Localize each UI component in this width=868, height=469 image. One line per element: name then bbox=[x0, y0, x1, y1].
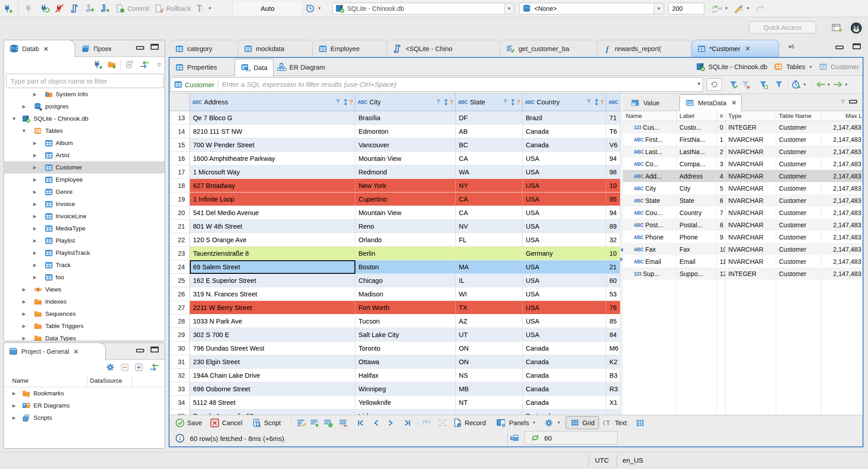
add-icon[interactable] bbox=[134, 363, 143, 372]
tab-data[interactable]: <> Data bbox=[235, 59, 274, 76]
cell[interactable]: Rua da Assunção 53 bbox=[190, 409, 355, 415]
cell[interactable]: Ottawa bbox=[355, 355, 456, 369]
cell[interactable]: Salt Lake City bbox=[355, 328, 456, 342]
new-folder-icon[interactable] bbox=[107, 60, 116, 69]
cell[interactable]: CA bbox=[456, 206, 523, 220]
column-header-state[interactable]: ABCState? bbox=[456, 94, 523, 111]
cell[interactable]: 1600 Amphitheatre Parkway bbox=[190, 152, 355, 165]
meta-column-header-max-l[interactable]: Max L bbox=[821, 111, 863, 121]
grid-row-23[interactable]: 23Tauentzienstraße 8BerlinGermany10 bbox=[170, 247, 620, 260]
cell[interactable]: USA bbox=[523, 274, 606, 287]
tree-expand-arrow-icon[interactable]: ▶ bbox=[21, 324, 27, 328]
cell[interactable]: B3 bbox=[606, 369, 620, 382]
cell[interactable]: 60 bbox=[606, 274, 620, 287]
cell[interactable]: AZ bbox=[456, 314, 523, 328]
cell[interactable]: 98 bbox=[606, 165, 620, 179]
cell[interactable]: 5112 48 Street bbox=[190, 396, 355, 409]
tree-item-employee[interactable]: ▶Employee bbox=[5, 174, 165, 186]
tree-item-foo[interactable]: ▶foo bbox=[5, 271, 165, 283]
record-button[interactable]: i Record bbox=[453, 415, 486, 430]
project-item-scripts[interactable]: ▶Scripts bbox=[5, 412, 165, 424]
cell[interactable]: 1033 N Park Ave bbox=[190, 314, 355, 328]
cell[interactable]: 94 bbox=[606, 206, 620, 220]
cell[interactable]: 302 S 700 E bbox=[190, 328, 355, 342]
cell[interactable]: Canada bbox=[523, 382, 606, 396]
breadcrumb-container[interactable]: Tables bbox=[786, 63, 805, 70]
cell[interactable]: Tauentzienstraße 8 bbox=[190, 247, 355, 260]
grid-row-28[interactable]: 281033 N Park AveTucsonAZUSA85 bbox=[170, 314, 620, 328]
cell[interactable]: USA bbox=[523, 301, 606, 314]
grid-row-14[interactable]: 148210 111 ST NWEdmontonABCanadaT6 bbox=[170, 125, 620, 138]
cell[interactable]: WI bbox=[456, 287, 523, 301]
script-button[interactable]: Script bbox=[252, 415, 281, 430]
column-filter-icon[interactable] bbox=[435, 98, 443, 106]
cell[interactable]: 95 bbox=[606, 192, 620, 206]
column-sort-icon[interactable] bbox=[443, 98, 448, 106]
tree-item-track[interactable]: ▶Track bbox=[5, 259, 165, 271]
column-help-icon[interactable]: ? bbox=[516, 98, 520, 106]
meta-row-city[interactable]: ABCCityCity5NVARCHARCustomer2,147,483 bbox=[623, 182, 863, 194]
nav-forward-button[interactable]: ▼ bbox=[833, 78, 848, 91]
editor-tab-category[interactable]: category bbox=[170, 40, 238, 57]
editor-tab--sqlite-chino[interactable]: <SQLite - Chino bbox=[387, 40, 500, 57]
cell[interactable]: Boston bbox=[355, 260, 456, 274]
edit-row-button[interactable] bbox=[296, 415, 307, 430]
transaction-log-button[interactable]: ▼ bbox=[303, 4, 324, 14]
new-connection-icon[interactable] bbox=[92, 60, 103, 70]
cell[interactable] bbox=[606, 409, 620, 415]
cell[interactable]: Canada bbox=[523, 396, 606, 409]
maximize-icon[interactable] bbox=[853, 43, 861, 49]
refresh-button[interactable] bbox=[707, 78, 722, 91]
new-connection-button[interactable] bbox=[0, 4, 15, 14]
cell[interactable]: 69 Salem Street bbox=[190, 260, 355, 274]
tree-expand-arrow-icon[interactable]: ▶ bbox=[11, 391, 17, 396]
delete-row-button[interactable] bbox=[338, 415, 349, 430]
tree-expand-arrow-icon[interactable]: ▶ bbox=[21, 104, 27, 109]
tree-item-postgres[interactable]: ▶postgres bbox=[5, 100, 165, 113]
tab-database-navigator[interactable]: Datab ✕ bbox=[4, 40, 75, 57]
meta-row-email[interactable]: ABCEmailEmail11NVARCHARCustomer2,147,483 bbox=[623, 255, 863, 267]
schema-selector-dropdown[interactable]: ▼ bbox=[654, 3, 664, 14]
tab-project-general[interactable]: Project - General ✕ bbox=[4, 342, 106, 360]
tree-item-data-types[interactable]: ▶Data Types bbox=[5, 332, 165, 341]
close-icon[interactable]: ✕ bbox=[43, 46, 48, 52]
grid-row-29[interactable]: 29302 S 700 ESalt Lake CityUTUSA84 bbox=[170, 328, 620, 342]
cell[interactable]: AB bbox=[456, 125, 523, 138]
cell[interactable]: MB bbox=[456, 382, 523, 396]
calc-panel-icon[interactable] bbox=[509, 433, 520, 443]
filter-apply-button[interactable] bbox=[729, 78, 739, 91]
cell[interactable]: UT bbox=[456, 328, 523, 342]
cell[interactable]: ON bbox=[456, 355, 523, 369]
copy-row-button[interactable] bbox=[323, 415, 334, 430]
grid-row-18[interactable]: 18627 BroadwayNew YorkNYUSA10 bbox=[170, 179, 620, 192]
cell[interactable]: Lisbon bbox=[355, 409, 456, 415]
tree-expand-arrow-icon[interactable]: ▶ bbox=[32, 165, 38, 170]
tree-item-album[interactable]: ▶Album bbox=[5, 137, 165, 149]
cell[interactable]: Germany bbox=[523, 247, 606, 260]
column-filter-icon[interactable] bbox=[335, 98, 342, 106]
cell[interactable]: 10 bbox=[606, 179, 620, 192]
rollback-button[interactable]: Rollback bbox=[151, 4, 193, 14]
cell[interactable]: NY bbox=[456, 179, 523, 192]
fetch-page-button[interactable] bbox=[421, 415, 432, 430]
cell[interactable]: CA bbox=[456, 192, 523, 206]
tree-item-indexes[interactable]: ▶Indexes bbox=[5, 295, 165, 308]
grid-row-15[interactable]: 15700 W Pender StreetVancouverBCCanadaV6 bbox=[170, 138, 620, 152]
cell[interactable]: USA bbox=[523, 314, 606, 328]
cell[interactable]: 85 bbox=[606, 314, 620, 328]
meta-column-header--[interactable]: # bbox=[717, 111, 726, 121]
cell[interactable]: K2 bbox=[606, 355, 620, 369]
grid-row-13[interactable]: 13Qe 7 Bloco GBrasíliaDFBrazil71 bbox=[170, 111, 620, 125]
schema-selector[interactable]: <None> ▼ bbox=[519, 3, 664, 14]
meta-column-header-table-name[interactable]: Table Name bbox=[776, 111, 821, 121]
cell[interactable]: USA bbox=[523, 233, 606, 247]
column-header-clipped[interactable]: ABC bbox=[606, 94, 620, 111]
cell[interactable]: 696 Osborne Street bbox=[190, 382, 355, 396]
cell[interactable]: USA bbox=[523, 220, 606, 233]
tree-item-invoiceline[interactable]: ▶InvoiceLine bbox=[5, 210, 165, 222]
meta-row-suppo-[interactable]: 123Sup...Suppo...12INTEGERCustomer2,147,… bbox=[623, 267, 863, 280]
tab-properties[interactable]: Properties bbox=[170, 59, 222, 76]
cell[interactable]: Portugal bbox=[523, 409, 606, 415]
tree-expand-arrow-icon[interactable]: ▶ bbox=[32, 275, 38, 280]
cell[interactable]: 541 Del Medio Avenue bbox=[190, 206, 355, 220]
